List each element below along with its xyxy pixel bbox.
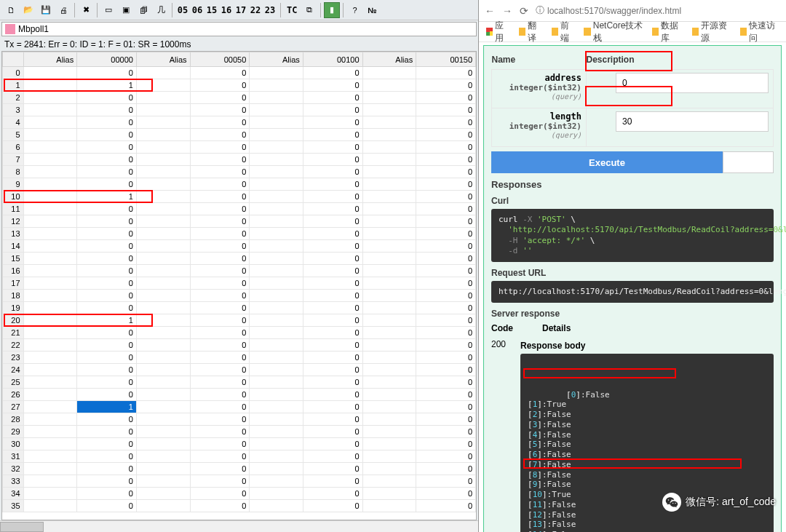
alias-cell[interactable]	[250, 104, 303, 116]
alias-cell[interactable]	[136, 327, 190, 339]
param-input-length[interactable]	[616, 111, 769, 132]
value-cell[interactable]: 0	[416, 228, 476, 240]
row-29[interactable]: 29	[3, 426, 24, 438]
value-cell[interactable]: 0	[190, 116, 250, 129]
value-cell[interactable]: 0	[303, 500, 362, 512]
alias-cell[interactable]	[362, 463, 416, 475]
value-cell[interactable]: 0	[416, 240, 476, 253]
value-cell[interactable]: 0	[303, 290, 362, 302]
value-cell[interactable]: 0	[303, 67, 362, 79]
alias-cell[interactable]	[23, 352, 77, 364]
value-cell[interactable]: 0	[303, 116, 362, 129]
alias-cell[interactable]	[136, 450, 190, 463]
bm-frontend[interactable]: 前端	[549, 20, 579, 44]
value-cell[interactable]: 0	[303, 339, 362, 352]
value-cell[interactable]: 0	[303, 302, 362, 314]
alias-cell[interactable]	[136, 228, 190, 240]
value-cell[interactable]: 0	[77, 154, 137, 166]
alias-cell[interactable]	[23, 203, 77, 215]
value-cell[interactable]: 0	[416, 314, 476, 327]
row-13[interactable]: 13	[3, 228, 24, 240]
alias-cell[interactable]	[362, 178, 416, 191]
value-cell[interactable]: 0	[416, 166, 476, 178]
alias-cell[interactable]	[362, 413, 416, 426]
alias-cell[interactable]	[23, 438, 77, 450]
value-cell[interactable]: 0	[416, 92, 476, 104]
about-icon[interactable]: №	[364, 2, 380, 18]
bm-netcore[interactable]: NetCore技术栈	[581, 20, 646, 44]
value-cell[interactable]: 0	[303, 413, 362, 426]
alias-cell[interactable]	[136, 79, 190, 92]
alias-cell[interactable]	[136, 376, 190, 389]
alias-cell[interactable]	[250, 327, 303, 339]
alias-cell[interactable]	[23, 327, 77, 339]
address-bar[interactable]: ⓘ localhost:5170/swagger/index.html	[536, 4, 681, 17]
value-cell[interactable]: 0	[303, 203, 362, 215]
value-cell[interactable]: 0	[303, 191, 362, 203]
row-31[interactable]: 31	[3, 450, 24, 463]
alias-cell[interactable]	[250, 166, 303, 178]
value-cell[interactable]: 1	[77, 314, 137, 327]
value-cell[interactable]: 0	[416, 426, 476, 438]
value-cell[interactable]: 0	[190, 154, 250, 166]
value-cell[interactable]: 0	[190, 203, 250, 215]
value-cell[interactable]: 1	[77, 191, 137, 203]
alias-cell[interactable]	[362, 475, 416, 488]
value-cell[interactable]: 0	[77, 277, 137, 290]
fc-16-button[interactable]: 16	[219, 2, 234, 18]
alias-cell[interactable]	[362, 376, 416, 389]
value-cell[interactable]: 0	[77, 475, 137, 488]
value-cell[interactable]: 0	[77, 426, 137, 438]
value-cell[interactable]: 0	[303, 129, 362, 141]
alias-cell[interactable]	[23, 79, 77, 92]
alias-cell[interactable]	[136, 116, 190, 129]
value-cell[interactable]: 0	[303, 178, 362, 191]
save-icon[interactable]: 💾	[38, 2, 54, 18]
alias-cell[interactable]	[23, 253, 77, 265]
value-cell[interactable]: 0	[190, 426, 250, 438]
alias-cell[interactable]	[136, 191, 190, 203]
value-cell[interactable]: 0	[190, 104, 250, 116]
value-cell[interactable]: 0	[190, 327, 250, 339]
col-Alias[interactable]: Alias	[362, 52, 416, 67]
value-cell[interactable]: 0	[190, 438, 250, 450]
alias-cell[interactable]	[362, 302, 416, 314]
alias-cell[interactable]	[136, 488, 190, 500]
screen-icon[interactable]: ▮	[324, 2, 340, 18]
value-cell[interactable]: 0	[416, 203, 476, 215]
value-cell[interactable]: 0	[190, 401, 250, 413]
x1-icon[interactable]: ⧉	[301, 2, 317, 18]
value-cell[interactable]: 0	[416, 277, 476, 290]
alias-cell[interactable]	[362, 426, 416, 438]
alias-cell[interactable]	[23, 265, 77, 277]
value-cell[interactable]: 0	[303, 277, 362, 290]
row-27[interactable]: 27	[3, 401, 24, 413]
alias-cell[interactable]	[136, 154, 190, 166]
value-cell[interactable]: 0	[77, 290, 137, 302]
value-cell[interactable]: 0	[303, 401, 362, 413]
alias-cell[interactable]	[136, 438, 190, 450]
alias-cell[interactable]	[250, 488, 303, 500]
alias-cell[interactable]	[362, 389, 416, 401]
tc-button[interactable]: TC	[284, 2, 300, 18]
value-cell[interactable]: 0	[416, 450, 476, 463]
row-6[interactable]: 6	[3, 141, 24, 154]
alias-cell[interactable]	[136, 290, 190, 302]
fc-22-button[interactable]: 22	[248, 2, 263, 18]
row-3[interactable]: 3	[3, 104, 24, 116]
alias-cell[interactable]	[250, 413, 303, 426]
value-cell[interactable]: 0	[416, 475, 476, 488]
value-cell[interactable]: 0	[303, 104, 362, 116]
value-cell[interactable]: 0	[416, 339, 476, 352]
alias-cell[interactable]	[23, 500, 77, 512]
alias-cell[interactable]	[362, 488, 416, 500]
alias-cell[interactable]	[136, 413, 190, 426]
value-cell[interactable]: 0	[190, 413, 250, 426]
alias-cell[interactable]	[136, 352, 190, 364]
value-cell[interactable]: 0	[303, 166, 362, 178]
alias-cell[interactable]	[136, 463, 190, 475]
alias-cell[interactable]	[23, 277, 77, 290]
alias-cell[interactable]	[23, 302, 77, 314]
value-cell[interactable]: 0	[77, 438, 137, 450]
alias-cell[interactable]	[23, 240, 77, 253]
